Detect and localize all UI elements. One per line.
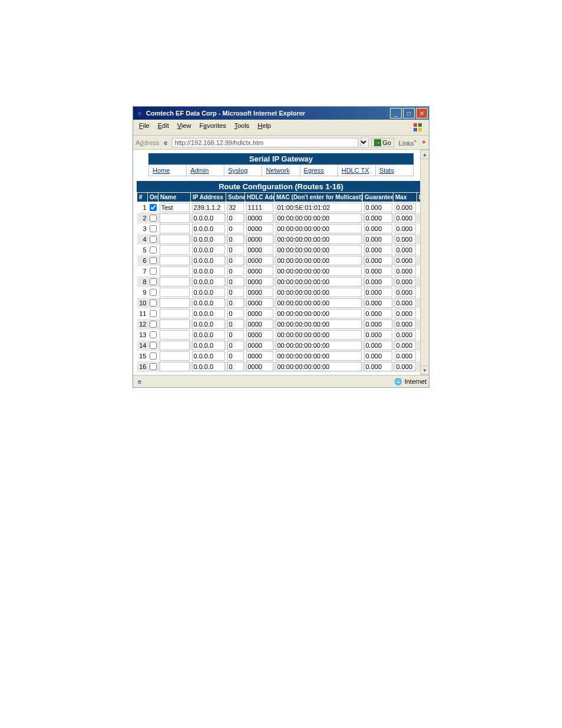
route-ip-input[interactable] <box>192 330 225 340</box>
address-dropdown[interactable] <box>361 137 369 148</box>
route-name-input[interactable] <box>160 330 190 340</box>
route-guaranteed-input[interactable] <box>364 203 392 212</box>
route-ip-input[interactable] <box>192 277 225 286</box>
route-mac-input[interactable] <box>276 277 362 286</box>
route-hdlc-input[interactable] <box>246 213 273 223</box>
route-mac-input[interactable] <box>276 298 362 308</box>
route-hdlc-input[interactable] <box>246 277 273 286</box>
route-max-input[interactable] <box>395 277 416 286</box>
route-hdlc-input[interactable] <box>246 319 273 329</box>
route-name-input[interactable] <box>160 256 190 265</box>
route-max-input[interactable] <box>395 224 416 233</box>
extension-icon[interactable]: ✦ <box>421 139 427 146</box>
route-hdlc-input[interactable] <box>246 351 273 361</box>
maximize-button[interactable]: □ <box>403 108 415 118</box>
pager-17-32[interactable]: 17-32 <box>259 374 276 375</box>
menu-edit[interactable]: Edit <box>154 121 173 134</box>
route-hdlc-input[interactable] <box>246 298 273 308</box>
route-subnet-input[interactable] <box>227 256 244 265</box>
route-on-checkbox[interactable] <box>150 331 157 338</box>
route-guaranteed-input[interactable] <box>364 245 392 255</box>
nav-network[interactable]: Network <box>262 165 300 176</box>
route-ip-input[interactable] <box>192 341 225 350</box>
route-on-checkbox[interactable] <box>150 257 157 264</box>
route-guaranteed-input[interactable] <box>364 330 392 340</box>
route-max-input[interactable] <box>395 266 416 276</box>
route-guaranteed-input[interactable] <box>364 362 392 371</box>
route-hdlc-input[interactable] <box>246 245 273 255</box>
route-max-input[interactable] <box>395 330 416 340</box>
route-max-input[interactable] <box>395 213 416 223</box>
route-name-input[interactable] <box>160 309 190 318</box>
route-on-checkbox[interactable] <box>150 236 157 243</box>
scroll-down-icon[interactable]: ▼ <box>420 365 429 375</box>
route-name-input[interactable] <box>160 298 190 308</box>
route-ip-input[interactable] <box>192 235 225 244</box>
route-subnet-input[interactable] <box>227 319 244 329</box>
route-name-input[interactable] <box>160 288 190 297</box>
route-max-input[interactable] <box>395 362 416 371</box>
minimize-button[interactable]: _ <box>390 108 402 118</box>
route-on-checkbox[interactable] <box>150 310 157 317</box>
route-guaranteed-input[interactable] <box>364 309 392 318</box>
route-name-input[interactable] <box>160 266 190 276</box>
pager-33-48[interactable]: 33-48 <box>282 374 299 375</box>
route-mac-input[interactable] <box>276 319 362 329</box>
route-on-checkbox[interactable] <box>150 289 157 296</box>
route-hdlc-input[interactable] <box>246 203 273 212</box>
route-on-checkbox[interactable] <box>150 321 157 328</box>
route-ip-input[interactable] <box>192 351 225 361</box>
route-mac-input[interactable] <box>276 213 362 223</box>
menu-file[interactable]: File <box>135 121 153 134</box>
route-ip-input[interactable] <box>192 224 225 233</box>
route-mac-input[interactable] <box>276 256 362 265</box>
route-max-input[interactable] <box>395 256 416 265</box>
route-guaranteed-input[interactable] <box>364 351 392 361</box>
route-mac-input[interactable] <box>276 245 362 255</box>
route-guaranteed-input[interactable] <box>364 298 392 308</box>
route-on-checkbox[interactable] <box>150 246 157 253</box>
route-subnet-input[interactable] <box>227 351 244 361</box>
route-hdlc-input[interactable] <box>246 330 273 340</box>
route-subnet-input[interactable] <box>227 224 244 233</box>
route-max-input[interactable] <box>395 245 416 255</box>
menu-help[interactable]: Help <box>254 121 275 134</box>
vertical-scrollbar[interactable]: ▲ ▼ <box>420 150 429 375</box>
route-name-input[interactable] <box>160 245 190 255</box>
route-ip-input[interactable] <box>192 213 225 223</box>
route-subnet-input[interactable] <box>227 288 244 297</box>
route-name-input[interactable] <box>160 277 190 286</box>
route-subnet-input[interactable] <box>227 330 244 340</box>
route-on-checkbox[interactable] <box>150 299 157 307</box>
route-on-checkbox[interactable] <box>150 278 157 285</box>
route-guaranteed-input[interactable] <box>364 277 392 286</box>
route-ip-input[interactable] <box>192 362 225 371</box>
route-mac-input[interactable] <box>276 224 362 233</box>
route-subnet-input[interactable] <box>227 235 244 244</box>
address-input[interactable] <box>172 138 358 147</box>
nav-home[interactable]: Home <box>149 165 187 176</box>
route-subnet-input[interactable] <box>227 362 244 371</box>
route-subnet-input[interactable] <box>227 266 244 276</box>
route-name-input[interactable] <box>160 319 190 329</box>
route-hdlc-input[interactable] <box>246 224 273 233</box>
route-hdlc-input[interactable] <box>246 288 273 297</box>
route-name-input[interactable] <box>160 203 190 212</box>
route-ip-input[interactable] <box>192 245 225 255</box>
nav-stats[interactable]: Stats <box>376 165 413 176</box>
nav-hdlctx[interactable]: HDLC TX <box>338 165 376 176</box>
route-guaranteed-input[interactable] <box>364 213 392 223</box>
menu-favorites[interactable]: Favorites <box>196 121 229 134</box>
route-mac-input[interactable] <box>276 266 362 276</box>
nav-syslog[interactable]: Syslog <box>224 165 262 176</box>
route-on-checkbox[interactable] <box>150 268 157 275</box>
route-max-input[interactable] <box>395 309 416 318</box>
route-on-checkbox[interactable] <box>150 353 157 360</box>
route-hdlc-input[interactable] <box>246 341 273 350</box>
route-guaranteed-input[interactable] <box>364 224 392 233</box>
route-mac-input[interactable] <box>276 341 362 350</box>
route-subnet-input[interactable] <box>227 298 244 308</box>
nav-admin[interactable]: Admin <box>187 165 224 176</box>
route-hdlc-input[interactable] <box>246 256 273 265</box>
menu-tools[interactable]: Tools <box>231 121 253 134</box>
